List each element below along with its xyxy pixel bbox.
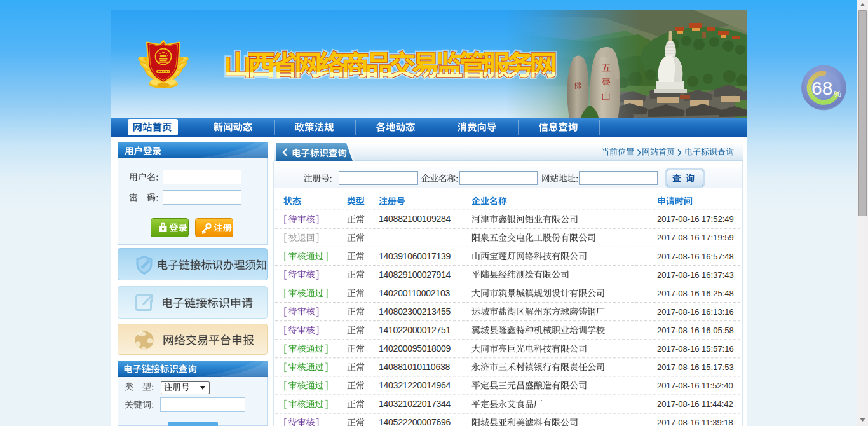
svg-text:140829100027914: 140829100027914 [379, 270, 451, 280]
svg-text:2017-08-16 11:44:42: 2017-08-16 11:44:42 [657, 399, 733, 409]
svg-text:2017-08-16 16:57:48: 2017-08-16 16:57:48 [657, 252, 734, 261]
svg-text:140200110002103: 140200110002103 [379, 288, 450, 298]
svg-text:2017-08-16 16:13:16: 2017-08-16 16:13:16 [657, 307, 734, 317]
svg-text:68: 68 [811, 78, 832, 99]
svg-text:2017-08-16 15:17:53: 2017-08-16 15:17:53 [657, 362, 734, 372]
svg-text:140321220014964: 140321220014964 [379, 380, 451, 390]
svg-text:2017-08-16 17:19:59: 2017-08-16 17:19:59 [657, 233, 734, 242]
svg-text:2017-08-16 16:05:58: 2017-08-16 16:05:58 [657, 326, 734, 335]
svg-text:%: % [834, 89, 841, 99]
svg-text:141022000012751: 141022000012751 [379, 325, 451, 335]
svg-text:140200095018009: 140200095018009 [379, 343, 451, 354]
svg-text:2017-08-16 16:37:43: 2017-08-16 16:37:43 [657, 270, 734, 280]
svg-text:140522200007696: 140522200007696 [379, 417, 451, 426]
svg-text:140391060017139: 140391060017139 [379, 251, 451, 261]
svg-text:140321022017344: 140321022017344 [379, 399, 451, 409]
svg-text:2017-08-16 11:52:40: 2017-08-16 11:52:40 [657, 381, 733, 390]
svg-text:2017-08-16 17:52:49: 2017-08-16 17:52:49 [657, 214, 734, 224]
svg-text:2017-08-16 15:57:16: 2017-08-16 15:57:16 [657, 344, 734, 354]
svg-text:140802300213455: 140802300213455 [379, 306, 451, 317]
svg-text:2017-08-16 11:39:18: 2017-08-16 11:39:18 [657, 418, 733, 426]
svg-text:2017-08-16 16:25:48: 2017-08-16 16:25:48 [657, 289, 734, 298]
svg-text:140882100109284: 140882100109284 [379, 214, 451, 224]
svg-text:140881010110638: 140881010110638 [379, 362, 450, 372]
